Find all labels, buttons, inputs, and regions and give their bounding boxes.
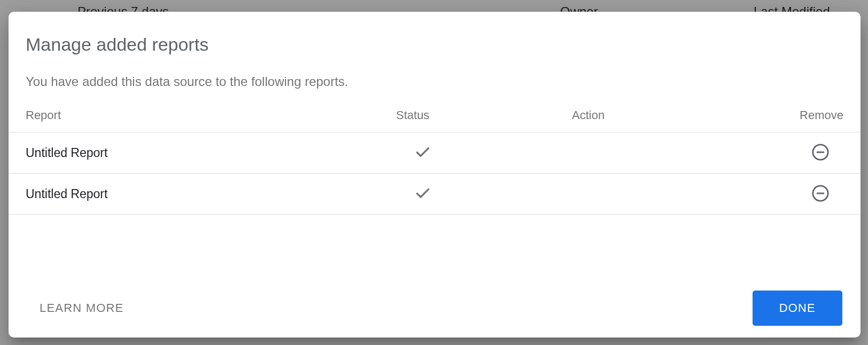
column-header-report: Report: [26, 108, 396, 122]
remove-report-button[interactable]: [811, 185, 830, 203]
dialog-title: Manage added reports: [26, 34, 843, 55]
table-row: Untitled Report: [9, 132, 861, 174]
dialog-actions: LEARN MORE DONE: [9, 278, 861, 338]
column-header-action: Action: [572, 108, 800, 122]
report-name: Untitled Report: [26, 146, 396, 160]
dialog-header: Manage added reports: [9, 12, 861, 55]
report-status: [396, 143, 572, 162]
remove-circle-icon: [811, 184, 830, 204]
column-header-remove: Remove: [800, 108, 843, 122]
check-icon: [396, 143, 431, 162]
remove-report-button[interactable]: [811, 144, 830, 162]
dialog-subtitle: You have added this data source to the f…: [9, 55, 861, 89]
table-body: Untitled Report: [9, 132, 861, 278]
column-header-status: Status: [396, 108, 572, 122]
report-name: Untitled Report: [26, 187, 396, 201]
table-header-row: Report Status Action Remove: [9, 89, 861, 132]
table-row: Untitled Report: [9, 174, 861, 215]
done-button[interactable]: DONE: [753, 291, 842, 326]
learn-more-button[interactable]: LEARN MORE: [40, 301, 123, 315]
report-status: [396, 184, 572, 203]
remove-circle-icon: [811, 143, 830, 163]
check-icon: [396, 184, 431, 203]
manage-reports-dialog: Manage added reports You have added this…: [9, 12, 861, 338]
